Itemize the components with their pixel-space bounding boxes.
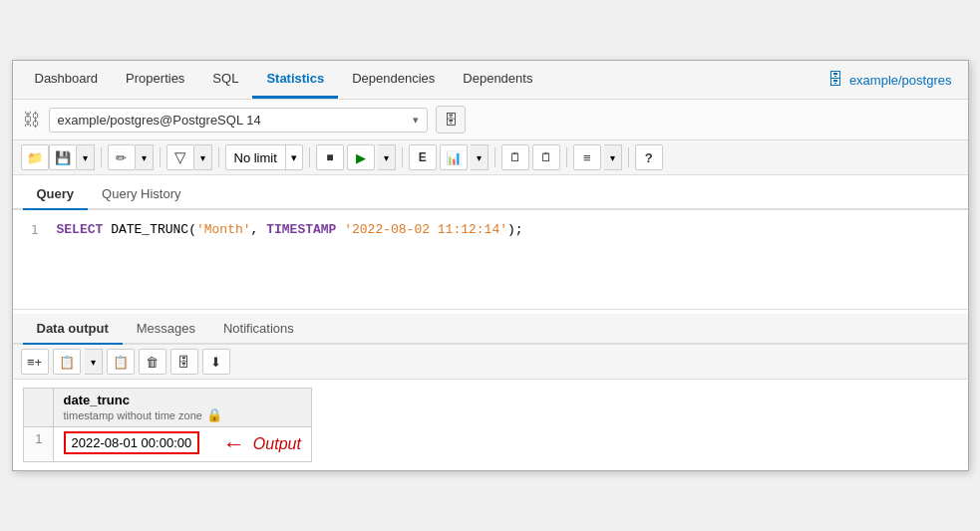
limit-label: No limit (226, 150, 285, 165)
limit-arrow: ▾ (285, 145, 302, 169)
paste-btn[interactable]: 📋 (107, 349, 135, 375)
tab-data-output[interactable]: Data output (23, 314, 123, 345)
nav-dependents[interactable]: Dependents (449, 61, 546, 99)
nav-db-icon: 🗄 (827, 71, 843, 89)
toolbar-group-edit: ✏ ▾ (108, 144, 154, 170)
toolbar-sep-7 (566, 147, 567, 167)
lock-icon: 🔒 (206, 407, 222, 422)
col-subtype: timestamp without time zone 🔒 (64, 407, 301, 422)
main-window: Dashboard Properties SQL Statistics Depe… (12, 60, 969, 471)
code-line-1: SELECT DATE_TRUNC('Month', TIMESTAMP '20… (57, 220, 960, 241)
query-tabs: Query Query History (13, 179, 968, 210)
toolbar-sep-6 (494, 147, 495, 167)
output-label: Output (253, 435, 301, 453)
tab-query[interactable]: Query (23, 179, 89, 210)
open-file-btn[interactable]: 📁 (21, 144, 49, 170)
code-editor[interactable]: 1 SELECT DATE_TRUNC('Month', TIMESTAMP '… (13, 210, 968, 310)
scratch-btn1[interactable]: 🗒 (501, 144, 529, 170)
nav-properties[interactable]: Properties (112, 61, 198, 99)
run-btn[interactable]: ▶ (347, 144, 375, 170)
nav-sql[interactable]: SQL (198, 61, 252, 99)
output-tabs: Data output Messages Notifications (13, 314, 968, 345)
arg-month: 'Month' (196, 222, 251, 237)
server-icon-btn[interactable]: 🗄 (436, 106, 466, 133)
limit-dropdown[interactable]: No limit ▾ (225, 144, 303, 170)
data-output-area: date_trunc timestamp without time zone 🔒… (13, 380, 968, 470)
paren-end: ); (507, 222, 523, 237)
save-dropdown[interactable]: ▾ (77, 144, 95, 170)
copy-btn[interactable]: 📋 (53, 349, 81, 375)
edit-btn[interactable]: ✏ (108, 144, 136, 170)
nav-bar: Dashboard Properties SQL Statistics Depe… (13, 61, 968, 100)
comma-sep: , (251, 222, 267, 237)
nav-statistics[interactable]: Statistics (252, 61, 338, 99)
table-row: 1 2022-08-01 00:00:00 ← Output (23, 427, 311, 462)
toolbar-sep-4 (309, 147, 310, 167)
toolbar-sep-3 (218, 147, 219, 167)
row-num-header (23, 389, 53, 427)
toolbar-sep-2 (160, 147, 161, 167)
stop-btn[interactable]: ■ (316, 144, 344, 170)
save-btn[interactable]: 💾 (49, 144, 77, 170)
nav-connection-right: 🗄 example/postgres (819, 61, 960, 99)
result-toolbar: ≡+ 📋 ▾ 📋 🗑 🗄 ⬇ (13, 345, 968, 380)
line-numbers: 1 (13, 220, 49, 299)
keyword-select: SELECT (57, 222, 104, 237)
scratch-btn2[interactable]: 🗒 (532, 144, 560, 170)
keyword-timestamp: TIMESTAMP (266, 222, 336, 237)
output-annotation: ← Output (223, 431, 301, 457)
tab-messages[interactable]: Messages (123, 314, 209, 345)
result-value: 2022-08-01 00:00:00 (64, 431, 200, 454)
chart-dropdown[interactable]: ▾ (471, 144, 489, 170)
save-data-btn[interactable]: 🗄 (170, 349, 198, 375)
main-toolbar: 📁 💾 ▾ ✏ ▾ ▽ ▾ No limit ▾ ■ ▶ ▾ E 📊 ▾ 🗒 🗒 (13, 140, 968, 175)
connection-select[interactable]: example/postgres@PostgreSQL 14 ▾ (49, 108, 428, 133)
format-btn[interactable]: ≡ (573, 144, 601, 170)
toolbar-group-file: 📁 💾 ▾ (21, 144, 95, 170)
copy-dropdown[interactable]: ▾ (85, 349, 103, 375)
tab-query-history[interactable]: Query History (88, 179, 194, 210)
connection-dropdown-arrow: ▾ (413, 114, 419, 127)
filter-btn[interactable]: ▽ (166, 144, 194, 170)
fn-name: DATE_TRUNC( (111, 222, 196, 237)
download-btn[interactable]: ⬇ (202, 349, 230, 375)
explain-btn[interactable]: E (409, 144, 437, 170)
connection-select-text: example/postgres@PostgreSQL 14 (58, 113, 261, 128)
row-number-1: 1 (23, 427, 53, 462)
connection-bar: ⛓ example/postgres@PostgreSQL 14 ▾ 🗄 (13, 100, 968, 140)
delete-row-btn[interactable]: 🗑 (139, 349, 166, 375)
chart-btn[interactable]: 📊 (440, 144, 468, 170)
toolbar-sep-5 (402, 147, 403, 167)
format-dropdown[interactable]: ▾ (604, 144, 622, 170)
nav-dependencies[interactable]: Dependencies (338, 61, 449, 99)
col-header-date-trunc: date_trunc timestamp without time zone 🔒 (53, 389, 311, 427)
arg-timestamp: '2022-08-02 11:12:14' (336, 222, 507, 237)
nav-dashboard[interactable]: Dashboard (21, 61, 113, 99)
nav-right-label: example/postgres (849, 73, 952, 88)
result-table: date_trunc timestamp without time zone 🔒… (23, 388, 312, 462)
code-content[interactable]: SELECT DATE_TRUNC('Month', TIMESTAMP '20… (49, 220, 968, 299)
edit-dropdown[interactable]: ▾ (136, 144, 154, 170)
filter-dropdown[interactable]: ▾ (194, 144, 212, 170)
toolbar-sep-1 (101, 147, 102, 167)
output-arrow: ← (223, 431, 245, 457)
disconnect-icon: ⛓ (23, 110, 41, 131)
result-cell-1: 2022-08-01 00:00:00 ← Output (53, 427, 311, 462)
help-btn[interactable]: ? (635, 144, 663, 170)
run-dropdown[interactable]: ▾ (378, 144, 396, 170)
add-row-btn[interactable]: ≡+ (21, 349, 49, 375)
tab-notifications[interactable]: Notifications (209, 314, 308, 345)
toolbar-group-filter: ▽ ▾ (166, 144, 212, 170)
toolbar-sep-8 (628, 147, 629, 167)
